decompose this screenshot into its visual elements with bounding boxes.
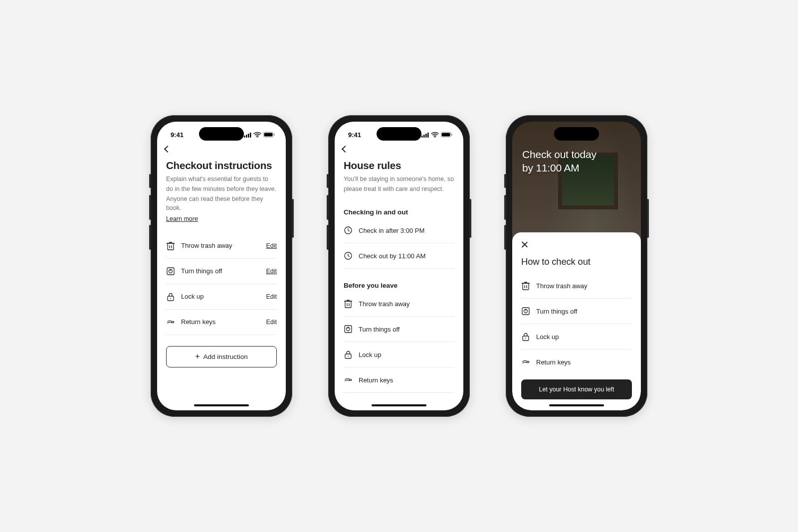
instruction-label: Turn things off xyxy=(181,267,266,275)
lock-icon xyxy=(521,332,530,341)
section-heading-checking: Checking in and out xyxy=(344,208,454,216)
step-row-keys: Return keys xyxy=(521,350,632,374)
rule-label: Return keys xyxy=(359,376,454,384)
cellular-signal-icon xyxy=(421,132,429,138)
overlay-line: by 11:00 AM xyxy=(522,161,631,175)
clock-icon xyxy=(344,251,353,260)
cellular-signal-icon xyxy=(244,132,251,138)
rule-row-keys: Return keys xyxy=(344,367,454,393)
edit-link[interactable]: Edit xyxy=(266,293,277,300)
keys-icon xyxy=(344,375,353,384)
page-subtitle-line: do in the few minutes before they leave. xyxy=(166,184,277,193)
checkout-row: Check out by 11:00 AM xyxy=(344,243,454,269)
instruction-row-keys[interactable]: Return keys Edit xyxy=(166,310,277,335)
trash-icon xyxy=(166,241,175,250)
home-indicator[interactable] xyxy=(372,404,426,406)
home-indicator[interactable] xyxy=(194,404,249,406)
status-time: 9:41 xyxy=(171,131,184,139)
keys-icon xyxy=(166,318,175,327)
add-instruction-button[interactable]: + Add instruction xyxy=(166,346,277,367)
trash-icon xyxy=(344,299,353,308)
page-subtitle-line: please treat it with care and respect. xyxy=(344,184,454,193)
instruction-label: Throw trash away xyxy=(181,242,266,249)
rule-row-lock: Lock up xyxy=(344,342,454,367)
step-label: Turn things off xyxy=(536,308,632,315)
rule-label: Lock up xyxy=(359,351,454,358)
phone-house-rules: 9:41 House rules You'll be staying in so… xyxy=(328,115,470,417)
rule-label: Throw trash away xyxy=(359,300,454,308)
rule-row-power: Turn things off xyxy=(344,317,454,342)
phone-checkout-sheet: 9:41 Check out today by 11:00 AM How to … xyxy=(506,115,647,417)
rule-row-trash: Throw trash away xyxy=(344,291,454,317)
chevron-left-icon xyxy=(342,146,349,153)
notify-host-button[interactable]: Let your Host know you left xyxy=(521,379,632,399)
battery-icon xyxy=(263,132,275,138)
step-label: Lock up xyxy=(536,333,632,341)
instruction-row-power[interactable]: Turn things off Edit xyxy=(166,259,277,284)
instruction-row-trash[interactable]: Throw trash away Edit xyxy=(166,233,277,259)
page-subtitle-line: Explain what's essential for guests to xyxy=(166,175,277,183)
lock-icon xyxy=(166,292,175,301)
learn-more-link[interactable]: Learn more xyxy=(166,215,198,222)
phone-checkout-instructions: 9:41 Checkout instructions Explain what'… xyxy=(151,115,292,417)
keys-icon xyxy=(521,357,530,366)
edit-link[interactable]: Edit xyxy=(266,242,277,249)
power-icon xyxy=(521,307,530,316)
close-button[interactable] xyxy=(521,241,528,248)
instruction-label: Return keys xyxy=(181,318,266,326)
edit-link[interactable]: Edit xyxy=(266,319,277,326)
lock-icon xyxy=(344,350,353,359)
step-label: Throw trash away xyxy=(536,282,632,290)
page-title: Checkout instructions xyxy=(166,160,277,172)
checkin-label: Check in after 3:00 PM xyxy=(359,227,454,234)
checkout-overlay-heading: Check out today by 11:00 AM xyxy=(512,143,641,175)
sheet-title: How to check out xyxy=(521,256,632,267)
instruction-label: Lock up xyxy=(181,293,266,300)
step-row-trash: Throw trash away xyxy=(521,273,632,299)
dynamic-island xyxy=(554,127,599,141)
power-icon xyxy=(166,267,175,276)
wifi-icon xyxy=(253,132,261,138)
back-button[interactable] xyxy=(165,143,170,155)
page-subtitle-line: Anyone can read these before they book. xyxy=(166,194,277,212)
power-icon xyxy=(344,325,353,334)
rule-label: Turn things off xyxy=(359,326,454,333)
dynamic-island xyxy=(199,127,244,141)
step-row-power: Turn things off xyxy=(521,299,632,324)
checkin-row: Check in after 3:00 PM xyxy=(344,218,454,243)
back-button[interactable] xyxy=(343,143,348,155)
notify-host-label: Let your Host know you left xyxy=(539,386,614,393)
battery-icon xyxy=(441,132,452,138)
trash-icon xyxy=(521,281,530,290)
overlay-line: Check out today xyxy=(522,148,631,161)
section-heading-before-leave: Before you leave xyxy=(344,282,454,289)
checkout-label: Check out by 11:00 AM xyxy=(359,252,454,260)
add-instruction-label: Add instruction xyxy=(203,353,248,360)
edit-link[interactable]: Edit xyxy=(266,268,277,275)
clock-icon xyxy=(344,226,353,235)
dynamic-island xyxy=(377,127,421,141)
step-row-lock: Lock up xyxy=(521,324,632,350)
status-time: 9:41 xyxy=(348,131,361,139)
checkout-sheet: How to check out Throw trash away Turn t… xyxy=(512,232,641,410)
wifi-icon xyxy=(431,132,439,138)
step-label: Return keys xyxy=(536,358,632,366)
home-indicator[interactable] xyxy=(549,404,604,406)
instruction-row-lock[interactable]: Lock up Edit xyxy=(166,284,277,310)
chevron-left-icon xyxy=(164,146,171,153)
page-subtitle-line: You'll be staying in someone's home, so xyxy=(344,175,454,183)
page-title: House rules xyxy=(344,160,454,172)
